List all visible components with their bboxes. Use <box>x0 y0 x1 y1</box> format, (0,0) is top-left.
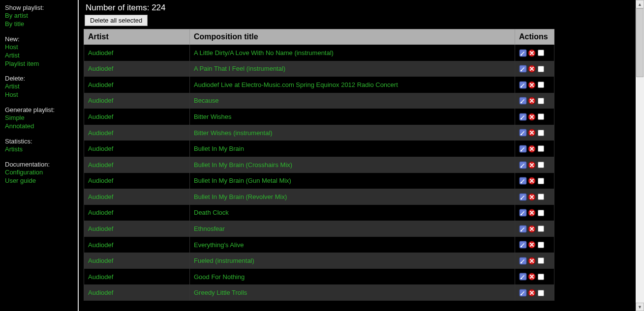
title-link[interactable]: Audiodef Live at Electro-Music.com Sprin… <box>194 81 398 88</box>
title-link[interactable]: Bullet In My Brain (Crosshairs Mix) <box>194 161 292 169</box>
artist-link[interactable]: Audiodef <box>88 65 113 72</box>
artist-link[interactable]: Audiodef <box>88 257 113 264</box>
title-link[interactable]: A Pain That I Feel (instrumental) <box>194 65 285 72</box>
delete-icon[interactable] <box>528 209 536 217</box>
edit-icon[interactable] <box>519 225 527 233</box>
select-row-checkbox[interactable] <box>538 50 544 56</box>
artist-link[interactable]: Audiodef <box>88 193 113 200</box>
sidebar-link[interactable]: By title <box>5 20 73 28</box>
sidebar-link[interactable]: Configuration <box>5 169 73 177</box>
title-link[interactable]: Ethnosfear <box>194 225 225 232</box>
edit-icon[interactable] <box>519 65 527 73</box>
select-row-checkbox[interactable] <box>538 66 544 72</box>
delete-icon[interactable] <box>528 241 536 249</box>
delete-icon[interactable] <box>528 113 536 121</box>
title-link[interactable]: Good For Nothing <box>194 273 245 281</box>
delete-icon[interactable] <box>528 81 536 89</box>
select-row-checkbox[interactable] <box>538 194 544 200</box>
select-row-checkbox[interactable] <box>538 145 544 152</box>
title-link[interactable]: Death Clock <box>194 209 229 216</box>
sidebar-link[interactable]: Playlist item <box>5 60 73 68</box>
delete-all-selected-button[interactable]: Delete all selected <box>85 15 148 26</box>
select-row-checkbox[interactable] <box>538 290 544 296</box>
title-link[interactable]: Everything's Alive <box>194 241 244 249</box>
scroll-track[interactable] <box>636 8 644 303</box>
edit-icon[interactable] <box>519 161 527 169</box>
title-link[interactable]: Because <box>194 97 219 104</box>
delete-icon[interactable] <box>528 49 536 57</box>
select-row-checkbox[interactable] <box>538 274 544 280</box>
title-link[interactable]: Bitter Wishes <box>194 113 232 120</box>
sidebar-link[interactable]: User guide <box>5 177 73 185</box>
sidebar-link[interactable]: Annotated <box>5 122 73 131</box>
select-row-checkbox[interactable] <box>538 178 544 184</box>
edit-icon[interactable] <box>519 289 527 297</box>
select-row-checkbox[interactable] <box>538 210 544 216</box>
artist-link[interactable]: Audiodef <box>88 225 113 232</box>
title-link[interactable]: A Little Dirty/A Love With No Name (inst… <box>194 49 334 57</box>
delete-icon[interactable] <box>528 145 536 153</box>
sidebar-group: Delete:ArtistHost <box>5 75 73 99</box>
sidebar-link[interactable]: Simple <box>5 114 73 122</box>
select-row-checkbox[interactable] <box>538 257 544 264</box>
artist-link[interactable]: Audiodef <box>88 97 113 104</box>
delete-icon[interactable] <box>528 193 536 201</box>
artist-link[interactable]: Audiodef <box>88 241 113 249</box>
artist-link[interactable]: Audiodef <box>88 145 113 152</box>
artist-link[interactable]: Audiodef <box>88 209 113 216</box>
edit-icon[interactable] <box>519 193 527 201</box>
delete-icon[interactable] <box>528 177 536 185</box>
edit-icon[interactable] <box>519 81 527 89</box>
edit-icon[interactable] <box>519 97 527 105</box>
sidebar-link[interactable]: Host <box>5 91 73 99</box>
sidebar-link[interactable]: Artist <box>5 52 73 60</box>
select-row-checkbox[interactable] <box>538 242 544 248</box>
artist-link[interactable]: Audiodef <box>88 177 113 184</box>
svg-rect-1 <box>521 55 522 56</box>
select-row-checkbox[interactable] <box>538 82 544 88</box>
select-row-checkbox[interactable] <box>538 98 544 104</box>
delete-icon[interactable] <box>528 97 536 105</box>
delete-icon[interactable] <box>528 161 536 169</box>
title-link[interactable]: Bitter Wishes (instrumental) <box>194 129 273 137</box>
title-link[interactable]: Fueled (instrumental) <box>194 257 254 264</box>
artist-link[interactable]: Audiodef <box>88 129 113 137</box>
title-link[interactable]: Bullet In My Brain <box>194 145 244 152</box>
select-row-checkbox[interactable] <box>538 113 544 120</box>
edit-icon[interactable] <box>519 273 527 281</box>
delete-icon[interactable] <box>528 273 536 281</box>
delete-icon[interactable] <box>528 225 536 233</box>
sidebar-link[interactable]: By artist <box>5 12 73 20</box>
edit-icon[interactable] <box>519 49 527 57</box>
delete-icon[interactable] <box>528 257 536 265</box>
title-link[interactable]: Bullet In My Brain (Revolver Mix) <box>194 193 287 200</box>
scrollbar[interactable]: ▲ ▼ <box>636 0 644 311</box>
scroll-thumb[interactable] <box>636 8 644 77</box>
select-row-checkbox[interactable] <box>538 130 544 136</box>
edit-icon[interactable] <box>519 145 527 153</box>
title-link[interactable]: Bullet In My Brain (Gun Metal Mix) <box>194 177 291 184</box>
sidebar-link[interactable]: Artist <box>5 83 73 91</box>
edit-icon[interactable] <box>519 177 527 185</box>
scroll-up-button[interactable]: ▲ <box>636 0 644 8</box>
artist-link[interactable]: Audiodef <box>88 161 113 169</box>
delete-icon[interactable] <box>528 129 536 137</box>
select-row-checkbox[interactable] <box>538 162 544 168</box>
artist-link[interactable]: Audiodef <box>88 289 113 296</box>
edit-icon[interactable] <box>519 113 527 121</box>
title-link[interactable]: Greedy Little Trolls <box>194 289 247 296</box>
edit-icon[interactable] <box>519 257 527 265</box>
edit-icon[interactable] <box>519 209 527 217</box>
select-row-checkbox[interactable] <box>538 226 544 232</box>
scroll-down-button[interactable]: ▼ <box>636 303 644 311</box>
artist-link[interactable]: Audiodef <box>88 113 113 120</box>
sidebar-link[interactable]: Artists <box>5 145 73 154</box>
delete-icon[interactable] <box>528 289 536 297</box>
sidebar-link[interactable]: Host <box>5 43 73 52</box>
edit-icon[interactable] <box>519 241 527 249</box>
edit-icon[interactable] <box>519 129 527 137</box>
artist-link[interactable]: Audiodef <box>88 49 113 57</box>
delete-icon[interactable] <box>528 65 536 73</box>
artist-link[interactable]: Audiodef <box>88 81 113 88</box>
artist-link[interactable]: Audiodef <box>88 273 113 281</box>
